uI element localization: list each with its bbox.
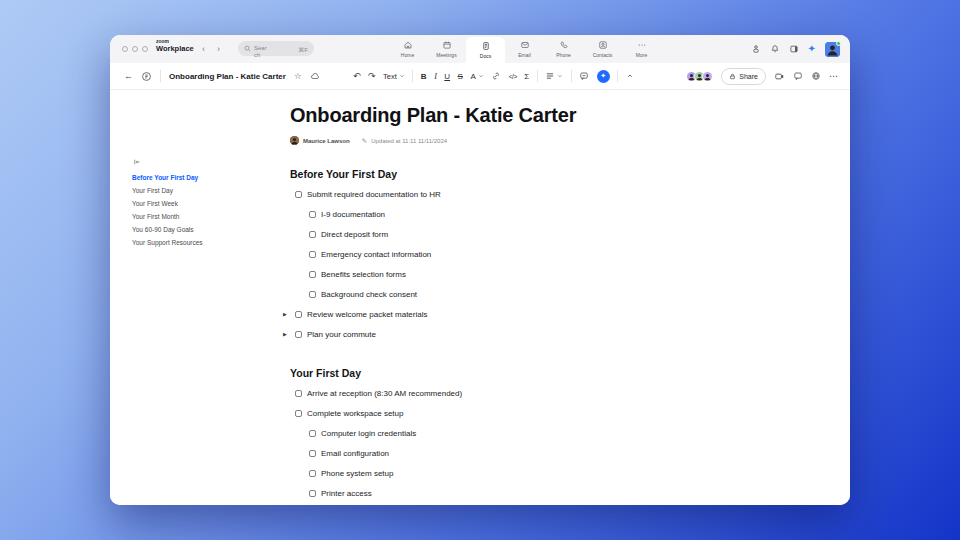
outline-item[interactable]: Your First Week [132,197,282,210]
checkbox[interactable] [309,490,316,497]
author-avatar [290,136,299,145]
checklist-item[interactable]: ▶Plan your commute [283,324,760,344]
collapse-outline-icon[interactable] [133,158,282,166]
back-nav-icon[interactable]: ‹ [202,44,205,54]
ai-sparkle-icon[interactable]: ✦ [808,44,816,54]
checkbox[interactable] [295,331,302,338]
formula-icon[interactable]: Σ [524,72,529,81]
window-controls[interactable] [122,46,148,52]
side-panel-icon[interactable] [789,44,799,54]
outline-item[interactable]: Your Support Resources [132,236,282,249]
favorite-star-icon[interactable]: ☆ [294,71,302,81]
profile-avatar[interactable] [825,42,840,57]
collapse-toolbar-icon[interactable] [626,72,634,80]
tab-meetings[interactable]: Meetings [427,35,466,63]
link-icon[interactable] [491,71,501,81]
document-page: Onboarding Plan - Katie Carter Maurice L… [290,104,760,503]
tab-label: Meetings [436,52,456,58]
checkbox[interactable] [295,191,302,198]
checklist-item[interactable]: Background check consent [283,284,760,304]
outline-item[interactable]: You 60-90 Day Goals [132,223,282,236]
share-button[interactable]: Share [721,68,766,85]
lock-icon [729,73,736,80]
tab-label: Docs [480,53,491,59]
tab-phone[interactable]: Phone [544,35,583,63]
assistant-icon[interactable] [751,44,761,54]
checklist-item[interactable]: Phone system setup [283,463,760,483]
checkbox[interactable] [295,390,302,397]
checklist-item[interactable]: Benefits selection forms [283,264,760,284]
phone-icon [559,40,569,50]
checkbox[interactable] [309,450,316,457]
checkbox[interactable] [295,311,302,318]
checklist-item[interactable]: Arrive at reception (8:30 AM recommended… [283,383,760,403]
doc-section: Before Your First DaySubmit required doc… [290,168,760,344]
document-meta: Maurice Lawson ✎ Updated at 11:11 11/11/… [290,136,760,145]
tab-docs[interactable]: Docs [466,37,505,63]
list-align-dropdown[interactable] [545,71,563,81]
collapse-triangle-icon[interactable]: ▶ [283,331,295,337]
checkbox[interactable] [309,271,316,278]
contacts-icon [598,40,608,50]
collapse-triangle-icon[interactable]: ▶ [283,311,295,317]
outline-item[interactable]: Your First Day [132,184,282,197]
search-input[interactable]: Search ⌘F [238,41,314,56]
tab-more[interactable]: More [622,35,661,63]
comment-icon[interactable] [579,71,589,81]
zoom-workplace-window: zoom Workplace ‹ › Search ⌘F HomeMeeting… [110,35,850,505]
checkbox[interactable] [309,291,316,298]
more-options-icon[interactable]: ⋯ [829,72,838,81]
redo-icon[interactable]: ↷ [368,72,376,81]
video-camera-icon[interactable] [774,71,785,82]
zoom-window-button[interactable] [142,46,148,52]
checkbox[interactable] [309,430,316,437]
checklist-item-text: Computer login credentials [321,429,416,438]
notifications-bell-icon[interactable] [770,44,780,54]
tab-contacts[interactable]: Contacts [583,35,622,63]
checklist-item[interactable]: Computer login credentials [283,423,760,443]
checklist-item[interactable]: Direct deposit form [283,224,760,244]
strikethrough-button[interactable]: S [458,72,463,81]
bold-button[interactable]: B [421,72,427,81]
checklist-item[interactable]: I-9 documentation [283,204,760,224]
checklist-item-text: Arrive at reception (8:30 AM recommended… [307,389,462,398]
brand-workplace: Workplace [156,45,194,53]
checklist-item[interactable]: Emergency contact information [283,244,760,264]
checkbox[interactable] [309,231,316,238]
checkbox[interactable] [309,470,316,477]
collaborator-avatars[interactable] [686,71,713,82]
forward-nav-icon[interactable]: › [217,44,220,54]
italic-button[interactable]: I [434,72,437,81]
checklist-item[interactable]: Complete workspace setup [283,403,760,423]
checkbox[interactable] [309,211,316,218]
ai-companion-button[interactable]: ✦ [597,70,610,83]
checklist-item[interactable]: Email configuration [283,443,760,463]
checkbox[interactable] [309,251,316,258]
underline-button[interactable]: U [444,72,450,81]
text-style-dropdown[interactable]: Text [383,72,405,81]
checklist-item[interactable]: Printer access [283,483,760,503]
chat-bubble-icon[interactable] [793,71,803,81]
document-title-breadcrumb: Onboarding Plan - Katie Carter [169,72,286,81]
docs-home-icon[interactable] [141,71,152,82]
back-icon[interactable]: ← [124,72,133,81]
meetings-icon [442,40,452,50]
tab-email[interactable]: Email [505,35,544,63]
search-placeholder: Search [254,45,267,59]
tab-home[interactable]: Home [388,35,427,63]
outline-item[interactable]: Your First Month [132,210,282,223]
undo-icon[interactable]: ↶ [353,72,361,81]
outline-items: Before Your First DayYour First DayYour … [132,171,282,249]
doc-section: Your First DayArrive at reception (8:30 … [290,367,760,503]
checklist-item[interactable]: ▶Review welcome packet materials [283,304,760,324]
docbar-left: ← Onboarding Plan - Katie Carter ☆ [124,63,320,89]
close-window-button[interactable] [122,46,128,52]
checkbox[interactable] [295,410,302,417]
checklist-item[interactable]: Submit required documentation to HR [283,184,760,204]
outline-item[interactable]: Before Your First Day [132,171,282,184]
globe-icon[interactable] [811,71,821,81]
text-color-dropdown[interactable]: A [470,72,483,81]
checklist-item-text: Email configuration [321,449,389,458]
code-icon[interactable]: </> [509,73,517,80]
minimize-window-button[interactable] [132,46,138,52]
